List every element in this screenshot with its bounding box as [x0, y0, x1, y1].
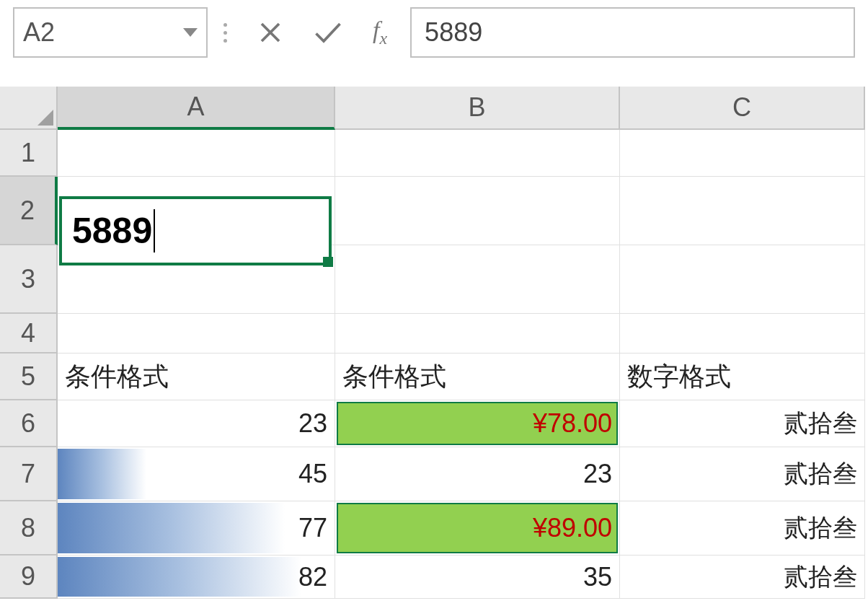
cell-A9[interactable]: 82 — [58, 556, 335, 599]
name-box-text: A2 — [23, 17, 55, 48]
cell-C8[interactable]: 贰拾叁 — [620, 501, 865, 556]
data-bar — [58, 503, 285, 553]
column-headers: A B C — [0, 87, 868, 130]
confirm-icon[interactable] — [312, 19, 344, 45]
cell-C6[interactable]: 贰拾叁 — [620, 400, 865, 447]
formula-bar: A2 fx — [0, 0, 868, 65]
active-cell-text: 5889 — [72, 210, 152, 252]
row-header-3[interactable]: 3 — [0, 245, 58, 314]
column-header-A[interactable]: A — [58, 87, 335, 130]
row-header-6[interactable]: 6 — [0, 400, 58, 447]
row-7: 7 45 23 贰拾叁 — [0, 447, 868, 501]
cell-C2[interactable] — [620, 177, 865, 245]
row-header-4[interactable]: 4 — [0, 314, 58, 354]
cell-B9[interactable]: 35 — [335, 556, 620, 599]
fill-handle[interactable] — [323, 257, 333, 267]
cell-A4[interactable] — [58, 314, 335, 354]
row-1: 1 — [0, 130, 868, 177]
cell-A1[interactable] — [58, 130, 335, 177]
cell-C4[interactable] — [620, 314, 865, 354]
cell-B4[interactable] — [335, 314, 620, 354]
row-header-5[interactable]: 5 — [0, 354, 58, 400]
name-box[interactable]: A2 — [13, 7, 208, 58]
cell-B8[interactable]: ¥89.00 — [335, 501, 620, 556]
cell-A8[interactable]: 77 — [58, 501, 335, 556]
cell-B7[interactable]: 23 — [335, 447, 620, 501]
row-header-9[interactable]: 9 — [0, 556, 58, 599]
row-5: 5 条件格式 条件格式 数字格式 — [0, 354, 868, 400]
data-bar — [58, 449, 146, 499]
row-header-2[interactable]: 2 — [0, 177, 58, 245]
data-bar — [58, 557, 301, 597]
text-cursor — [154, 209, 155, 252]
column-header-C[interactable]: C — [620, 87, 865, 130]
cell-B6[interactable]: ¥78.00 — [335, 400, 620, 447]
cell-B5[interactable]: 条件格式 — [335, 354, 620, 400]
row-8: 8 77 ¥89.00 贰拾叁 — [0, 501, 868, 556]
active-cell-editor[interactable]: 5889 — [59, 196, 332, 265]
cell-C1[interactable] — [620, 130, 865, 177]
dropdown-icon[interactable] — [183, 28, 198, 37]
cell-C9[interactable]: 贰拾叁 — [620, 556, 865, 599]
cell-A7[interactable]: 45 — [58, 447, 335, 501]
row-header-1[interactable]: 1 — [0, 130, 58, 177]
cell-B3[interactable] — [335, 245, 620, 314]
cancel-icon[interactable] — [257, 19, 283, 45]
cell-B2[interactable] — [335, 177, 620, 245]
cell-C7[interactable]: 贰拾叁 — [620, 447, 865, 501]
row-9: 9 82 35 贰拾叁 — [0, 556, 868, 599]
row-header-7[interactable]: 7 — [0, 447, 58, 501]
spreadsheet-grid: A B C 1 2 5889 3 4 5 条件格式 条件格式 — [0, 87, 868, 599]
column-header-B[interactable]: B — [335, 87, 620, 130]
row-4: 4 — [0, 314, 868, 354]
row-6: 6 23 ¥78.00 贰拾叁 — [0, 400, 868, 447]
cell-A6[interactable]: 23 — [58, 400, 335, 447]
cell-C5[interactable]: 数字格式 — [620, 354, 865, 400]
select-all-button[interactable] — [0, 87, 58, 130]
formula-controls: fx — [243, 17, 402, 48]
row-header-8[interactable]: 8 — [0, 501, 58, 556]
cell-C3[interactable] — [620, 245, 865, 314]
formula-input[interactable] — [410, 7, 855, 58]
separator-icon — [216, 23, 234, 43]
cell-B1[interactable] — [335, 130, 620, 177]
fx-icon[interactable]: fx — [373, 17, 387, 48]
cell-A5[interactable]: 条件格式 — [58, 354, 335, 400]
